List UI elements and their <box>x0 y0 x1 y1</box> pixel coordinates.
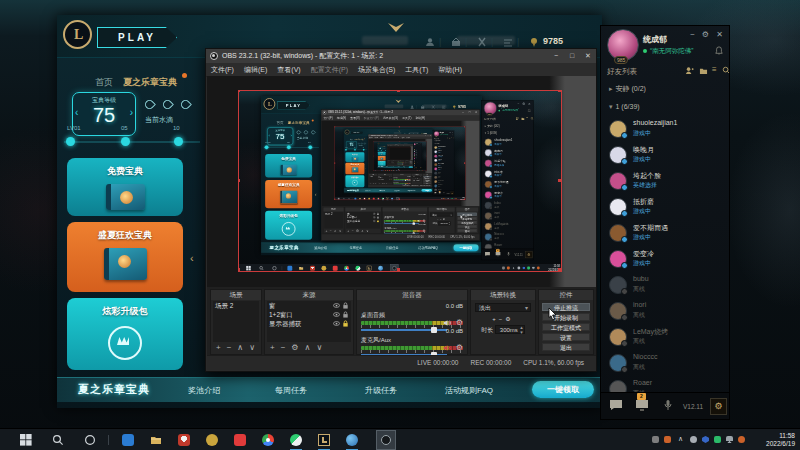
transition-select[interactable]: 淡出▾ <box>475 303 531 312</box>
lol-logo-icon[interactable]: L <box>63 20 92 49</box>
close-button[interactable]: ✕ <box>580 49 596 63</box>
search-icon[interactable] <box>52 434 64 446</box>
duration-input[interactable]: 300ms▴▾ <box>495 325 525 334</box>
card-chroma-pack[interactable]: 炫彩升级包 <box>67 298 183 370</box>
stepper-down-icon[interactable]: ▾ <box>520 329 523 335</box>
file-explorer-icon[interactable] <box>150 434 162 446</box>
remove-scene-button[interactable]: − <box>227 343 232 352</box>
source-selection-handles[interactable] <box>238 90 240 92</box>
tray-expand-icon[interactable]: ∧ <box>678 435 683 443</box>
add-friend-icon[interactable] <box>685 66 694 75</box>
minimize-button[interactable]: − <box>690 30 695 39</box>
sources-dock-title[interactable]: 来源 <box>265 290 353 300</box>
friend-group-expanded[interactable]: ▾1 (6/39) <box>609 103 640 111</box>
taskbar-clock[interactable]: 11:58 2022/6/19 <box>766 432 795 448</box>
prev-level-icon[interactable]: ‹ <box>75 107 78 118</box>
source-selection-frame[interactable] <box>238 90 562 272</box>
friend-row[interactable]: 垮起个脸英雄选择 <box>609 171 727 195</box>
play-button[interactable]: PLAY <box>97 27 177 48</box>
nav-item-upgrade[interactable]: 升级任务 <box>365 385 397 396</box>
pinned-app-icon[interactable] <box>346 434 358 446</box>
user-status-message[interactable]: “南无阿弥陀佛” <box>650 47 693 56</box>
scene-down-button[interactable]: ∨ <box>249 343 255 352</box>
missions-icon[interactable] <box>503 37 513 47</box>
studio-mode-button[interactable]: 工作室模式 <box>542 323 590 332</box>
friend-row[interactable]: 爱不期而遇游戏中 <box>609 223 727 247</box>
pinned-app-icon[interactable] <box>234 434 246 446</box>
obs-preview-area[interactable]: L PLAY | | | | 9785 首页 夏之乐章宝典 宝典等级 75 ‹ … <box>207 76 596 287</box>
list-view-icon[interactable]: ≡ <box>712 65 717 74</box>
tab-summer-pass[interactable]: 夏之乐章宝典 <box>123 76 177 89</box>
mixer-dock-title[interactable]: 混音器 <box>357 290 467 300</box>
friend-row[interactable]: bubu离线 <box>609 275 727 299</box>
transition-properties-button[interactable]: ⚙ <box>505 316 513 322</box>
source-item[interactable]: 1+2窗口 <box>267 310 351 319</box>
friend-row[interactable]: 抵折磨游戏中 <box>609 197 727 221</box>
source-up-button[interactable]: ∧ <box>305 343 311 352</box>
obs-taskbar-active[interactable] <box>376 430 396 450</box>
bell-icon[interactable] <box>715 46 723 55</box>
scene-up-button[interactable]: ∧ <box>237 343 243 352</box>
card-premium-pass[interactable]: 盛夏狂欢宝典 <box>67 222 183 292</box>
nav-item-prizes[interactable]: 奖池介绍 <box>188 385 220 396</box>
wegame-icon[interactable] <box>290 434 302 446</box>
pinned-app-icon[interactable] <box>206 434 218 446</box>
friend-row[interactable]: inori离线 <box>609 301 727 325</box>
next-level-icon[interactable]: › <box>130 107 133 118</box>
esports-icon[interactable] <box>477 37 487 47</box>
menu-view[interactable]: 查看(V) <box>272 63 305 76</box>
settings-button[interactable]: 设置 <box>542 333 590 342</box>
folder-icon[interactable] <box>699 67 708 75</box>
visibility-icon[interactable] <box>333 320 340 327</box>
cortana-icon[interactable] <box>84 434 96 446</box>
tray-icon[interactable] <box>738 436 745 443</box>
chat-icon[interactable] <box>609 399 623 411</box>
friend-group-collapsed[interactable]: ▸安静 (0/2) <box>609 84 646 94</box>
lock-icon[interactable] <box>342 320 349 327</box>
scene-item[interactable]: 场景 2 <box>213 301 259 310</box>
add-source-button[interactable]: + <box>270 343 275 352</box>
settings-button[interactable]: ⚙ <box>710 398 727 415</box>
channel-settings-icon[interactable]: ⚙ <box>456 343 463 352</box>
friend-row[interactable]: shuolezaijian1游戏中 <box>609 119 727 143</box>
tray-monitor-icon[interactable] <box>726 436 733 443</box>
visibility-icon[interactable] <box>333 302 340 309</box>
mic-icon[interactable] <box>661 399 675 411</box>
tray-icon[interactable] <box>664 436 671 443</box>
menu-help[interactable]: 帮助(H) <box>433 63 467 76</box>
close-button[interactable]: ✕ <box>716 30 723 39</box>
source-item[interactable]: 窗 <box>267 301 351 310</box>
obs-title-bar[interactable]: OBS 23.2.1 (32-bit, windows) - 配置文件: 1 -… <box>206 49 596 63</box>
loot-icon[interactable] <box>451 37 461 47</box>
pinned-app-icon[interactable] <box>122 434 134 446</box>
card-free-pass[interactable]: 免费宝典 <box>67 158 183 216</box>
transitions-dock-title[interactable]: 场景转换 <box>471 290 535 300</box>
search-icon[interactable] <box>722 66 730 75</box>
exit-button[interactable]: 退出 <box>542 343 590 352</box>
lol-app-icon[interactable] <box>318 434 330 446</box>
menu-profile[interactable]: 配置文件(P) <box>306 63 353 76</box>
speaker-icon[interactable] <box>443 319 451 327</box>
minimize-button[interactable]: − <box>548 49 564 63</box>
pinned-app-icon[interactable] <box>178 434 190 446</box>
claim-button[interactable]: 一键领取 <box>532 381 594 398</box>
friend-row[interactable]: 爱变冷游戏中 <box>609 249 727 273</box>
menu-tools[interactable]: 工具(T) <box>400 63 433 76</box>
sidebar-collapse-icon[interactable]: ‹ <box>190 252 194 264</box>
visibility-icon[interactable] <box>333 311 340 318</box>
tab-home[interactable]: 首页 <box>95 76 113 89</box>
messages-icon[interactable] <box>635 399 649 411</box>
channel-settings-icon[interactable]: ⚙ <box>456 318 463 327</box>
remove-source-button[interactable]: − <box>281 343 286 352</box>
source-properties-button[interactable]: ⚙ <box>291 343 298 352</box>
source-down-button[interactable]: ∨ <box>316 343 322 352</box>
menu-scene-collection[interactable]: 场景集合(S) <box>353 63 400 76</box>
profile-icon[interactable] <box>425 37 435 47</box>
menu-file[interactable]: 文件(F) <box>206 63 239 76</box>
tray-shield-icon[interactable] <box>702 436 709 443</box>
settings-icon[interactable]: ⚙ <box>702 30 709 39</box>
lock-icon[interactable] <box>342 311 349 318</box>
speaker-muted-icon[interactable] <box>443 344 451 352</box>
controls-dock-title[interactable]: 控件 <box>539 290 593 300</box>
lock-icon[interactable] <box>342 302 349 309</box>
